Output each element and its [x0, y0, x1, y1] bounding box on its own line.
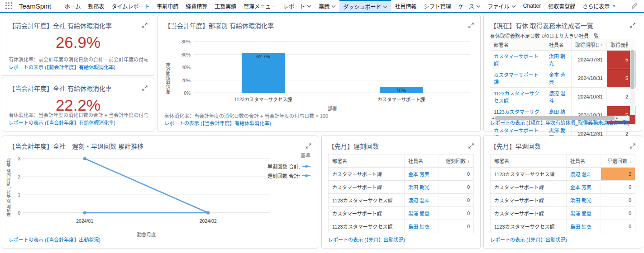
nav-item-14[interactable]: ファイル: [484, 0, 520, 12]
nav-item-label: 事前申請: [157, 2, 178, 10]
employee-link[interactable]: 金本 芳典: [570, 183, 592, 191]
employee-link[interactable]: 渡辺 温斗: [408, 197, 429, 204]
nav-item-6[interactable]: 工数実績: [211, 0, 240, 12]
employee-link[interactable]: 金本 芳典: [549, 71, 568, 85]
column-header-3[interactable]: 取得期限日...↑: [572, 39, 607, 50]
report-link[interactable]: レポートの表示 (【当会計年度】有給休暇消化率): [164, 119, 271, 126]
legend-marker-icon: [302, 173, 310, 178]
dept-cell: 1123カスタマーサクセス課: [491, 168, 567, 180]
nav-item-13[interactable]: ケース: [454, 0, 484, 12]
name-cell: 浜田 朝光: [405, 181, 439, 193]
report-link[interactable]: レポートの表示 (【先月】出勤状況): [490, 236, 567, 243]
scrollbar-thumb[interactable]: [630, 50, 634, 89]
edit-page-icon[interactable]: [631, 0, 638, 12]
chevron-down-icon: [307, 3, 311, 9]
line-chart-plot[interactable]: 01232024/012024/02: [23, 156, 270, 216]
column-header-1[interactable]: 部署名: [329, 155, 405, 167]
dept-cell: カスタマーサポート課: [491, 181, 567, 193]
employee-link[interactable]: 浜田 朝光: [408, 183, 429, 191]
column-header-4[interactable]: 取得義務不足日数: [607, 39, 635, 50]
nav-item-16[interactable]: 領収書登録: [544, 0, 579, 12]
nav-item-8[interactable]: レポート: [280, 0, 315, 12]
chevron-down-icon: [511, 3, 516, 9]
nav-item-4[interactable]: 事前申請: [153, 0, 182, 12]
card-title: 【現在】有休 取得義務未達成者一覧: [490, 21, 593, 30]
expand-icon[interactable]: [142, 22, 148, 30]
employee-link[interactable]: 浜田 朝光: [570, 197, 592, 204]
column-header-2[interactable]: 社員名: [405, 155, 439, 167]
legend-item[interactable]: 遅刻回数 合計:: [267, 172, 310, 179]
report-link[interactable]: レポートの表示 (【当会計年度】出勤状況): [9, 236, 100, 243]
employee-link[interactable]: 黒澤 愛夏: [570, 210, 592, 217]
name-cell: 黒澤 愛夏: [405, 207, 439, 220]
scroll-down-icon[interactable]: ▼: [630, 115, 635, 120]
value-cell: 0: [439, 220, 473, 233]
nav-item-1[interactable]: ホーム: [61, 0, 85, 12]
nav-item-15[interactable]: Chatter: [520, 0, 544, 12]
expand-icon[interactable]: [630, 142, 635, 150]
column-header-3[interactable]: 早退回数↓: [601, 155, 635, 167]
gridline: [194, 67, 470, 67]
nav-item-12[interactable]: シフト管理: [420, 0, 454, 12]
bar-chart-plot[interactable]: 0%20%40%60%80%62.7%1123カスタマーサクセス課10%カスタマ…: [194, 42, 470, 93]
card-subtitle: 有休取得義務不足日数 が0日より大きい社員一覧: [490, 32, 635, 39]
dept-link[interactable]: 1123カスタマーサクセス課: [494, 89, 541, 104]
employee-link[interactable]: 浜田 朝光: [549, 52, 568, 67]
column-header-2[interactable]: 社員名: [567, 155, 601, 167]
report-link[interactable]: レポートの表示 (【先月】出勤状況): [328, 236, 405, 243]
nav-item-label: 稟議: [319, 2, 329, 10]
value-cell: 0: [439, 181, 473, 193]
gridline: [194, 80, 470, 80]
employee-link[interactable]: 渡辺 温斗: [549, 89, 568, 104]
name-cell: 島田 結衣: [405, 220, 439, 233]
expand-icon[interactable]: [468, 22, 474, 30]
bar-1[interactable]: 62.7%: [242, 53, 285, 93]
expand-icon[interactable]: [630, 22, 635, 30]
card-title: 【前会計年度】全社 有給休暇消化率: [9, 21, 112, 30]
dept-link[interactable]: カスタマーサポート課: [494, 71, 541, 85]
table-row: カスタマーサポート課黒澤 愛夏0: [329, 207, 473, 220]
report-link[interactable]: レポートの表示 (【当会計年度】有給休暇消化率): [9, 119, 115, 126]
vertical-scrollbar[interactable]: ▼: [630, 50, 635, 115]
nav-item-11[interactable]: 社員情報: [391, 0, 420, 12]
legend-label: 遅刻回数 合計:: [267, 172, 300, 179]
card-title: 【先月】遅刻回数: [328, 141, 379, 150]
expand-icon[interactable]: [306, 142, 311, 150]
app-launcher-icon[interactable]: [5, 2, 15, 10]
nav-item-label: さらに表示: [582, 2, 610, 10]
employee-link[interactable]: 金本 芳典: [408, 170, 429, 178]
dept-link[interactable]: カスタマーサポート課: [494, 52, 541, 67]
name-cell: 渡辺 温斗: [545, 88, 572, 106]
sort-desc-icon: ↓: [467, 159, 470, 164]
employee-link[interactable]: 黒澤 愛夏: [408, 210, 429, 217]
employee-link[interactable]: 島田 結衣: [570, 223, 592, 230]
name-cell: 浜田 朝光: [567, 194, 601, 206]
expand-icon[interactable]: [468, 142, 474, 150]
dept-cell: カスタマーサポート課: [491, 194, 567, 206]
nav-item-label: ホーム: [65, 2, 81, 10]
report-link[interactable]: レポートの表示 (【前会計年度】有給休暇消化率): [9, 63, 115, 70]
chevron-down-icon: [476, 3, 481, 9]
nav-item-2[interactable]: 勤務表: [85, 0, 108, 12]
bar-2[interactable]: 10%: [380, 87, 423, 93]
nav-item-5[interactable]: 経費精算: [182, 0, 211, 12]
column-header-1[interactable]: 部署名: [491, 155, 567, 167]
report-link[interactable]: レポートの表示 (【現在】年次有給休暇_取得義務未達成者一覧): [490, 119, 630, 126]
expand-icon[interactable]: [142, 84, 148, 93]
employee-link[interactable]: 渡辺 温斗: [570, 170, 592, 178]
nav-item-label: 経費精算: [186, 2, 207, 10]
column-header-2[interactable]: 社員名: [545, 39, 572, 50]
nav-item-3[interactable]: タイムレポート: [108, 0, 153, 12]
sort-desc-icon: ↓: [629, 159, 631, 164]
nav-item-9[interactable]: 稟議: [315, 0, 339, 12]
legend-item[interactable]: 早退回数 合計:: [267, 163, 310, 170]
column-header-label: 部署名: [332, 157, 347, 164]
name-cell: 黒澤 愛夏: [567, 207, 601, 220]
employee-link[interactable]: 島田 結衣: [408, 223, 429, 230]
nav-item-17[interactable]: さらに表示▼: [579, 0, 619, 12]
nav-item-7[interactable]: 管理メニュー: [240, 0, 280, 12]
card-title: 【当会計年度】部署別 有給休暇消化率: [164, 21, 274, 30]
column-header-3[interactable]: 遅刻回数↓: [439, 155, 473, 167]
column-header-1[interactable]: 部署名: [490, 39, 545, 50]
nav-item-10[interactable]: ダッシュボード: [339, 0, 391, 12]
